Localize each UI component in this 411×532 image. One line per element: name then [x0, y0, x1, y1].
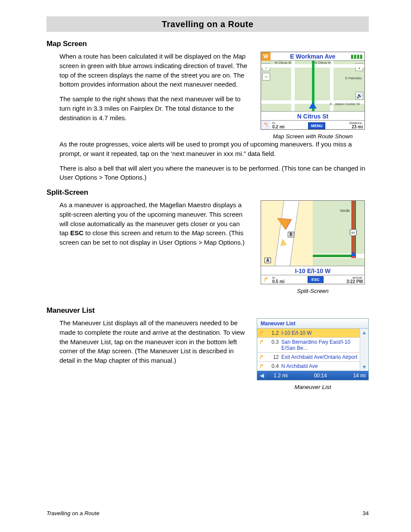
list-item: ↱0.3San Bernardino Fwy East/I-10 E/San B…	[257, 338, 360, 353]
vehicle-cursor-icon	[350, 251, 356, 256]
label-a: A	[265, 258, 271, 263]
heading-map-screen: Map Screen	[47, 40, 369, 48]
scroll-up-icon: ▲	[360, 329, 368, 336]
next-street: I-10 E/I-10 W	[264, 266, 362, 276]
label-b: B	[288, 232, 294, 237]
figure-caption-2: Split-Screen	[297, 288, 329, 294]
ahead-arrow-icon	[279, 238, 287, 246]
mlist-footer: ◀ 1.2 mi 00:14 14 mi	[257, 371, 368, 380]
figure-maneuver-list: Maneuver List ↱1.2I-10 E/I-10 W↱0.3San B…	[257, 318, 369, 380]
turn-icon: ↱	[259, 363, 265, 369]
figure-caption-1: Map Screen with Route Shown	[273, 133, 352, 140]
esc-button: ESC	[308, 276, 324, 283]
scroll-down-icon: ▼	[360, 363, 368, 371]
mlist-title: Maneuver List	[257, 319, 368, 329]
vehicle-cursor-icon	[309, 102, 317, 109]
map-p1: When a route has been calculated it will…	[59, 52, 247, 89]
current-street: E Workman Ave	[273, 52, 352, 61]
figure-caption-3: Maneuver List	[295, 384, 331, 390]
map-p4: There is also a bell that will alert you…	[59, 164, 369, 183]
highway-shield-icon: 57	[350, 229, 357, 236]
footer-title: Travelling on a Route	[47, 510, 100, 516]
scrollbar: ▲ ▼	[360, 329, 368, 371]
distance-remaining: distance:23 mi	[347, 121, 364, 129]
arrival-time: arrival:3:22 PM	[345, 276, 364, 284]
map-p2: The sample to the right shows that the n…	[59, 94, 247, 122]
split-p1: As a maneuver is approached, the Magella…	[59, 200, 247, 247]
turn-icon: ↱	[259, 330, 265, 336]
turn-icon: ↱	[259, 354, 265, 360]
list-item: ↱12Exit Archibald Ave/Ontario Airport	[257, 353, 360, 362]
maneuver-icon: ↱	[261, 275, 271, 284]
turn-icon: ↱	[259, 339, 265, 345]
page-title-bar: Travelling on a Route	[47, 16, 369, 32]
signal-icon: ▮▮▮▮	[351, 53, 363, 59]
next-in: in:0.2 mi	[271, 121, 286, 129]
menu-button: MENU	[308, 122, 326, 129]
figure-map-screen: W E Workman Ave ▮▮▮▮ ＋ － ✚ 🔊 N Citrus St…	[261, 52, 365, 130]
next-in: in:0.5 mi	[271, 276, 286, 284]
back-icon: ◀	[260, 372, 264, 379]
list-item: ↱1.2I-10 E/I-10 W	[257, 329, 360, 338]
maneuver-icon: ↰	[261, 121, 271, 129]
next-street: N Citrus St	[264, 112, 362, 121]
heading-maneuver-list: Maneuver List	[47, 306, 369, 315]
page-title: Travelling on a Route	[162, 19, 254, 29]
mlist-p1: The Maneuver List displays all of the ma…	[59, 318, 247, 365]
map-p3: As the route progresses, voice alerts wi…	[59, 140, 369, 159]
heading-indicator: W	[261, 52, 271, 61]
heading-split-screen: Split-Screen	[47, 188, 369, 197]
list-item: ↱0.4N Archibald Ave	[257, 362, 360, 371]
figure-split-screen: A B Verde 57 I-10 E/I-10 W ↱ in:0.5 mi E…	[261, 200, 365, 284]
page-number: 34	[363, 510, 369, 516]
